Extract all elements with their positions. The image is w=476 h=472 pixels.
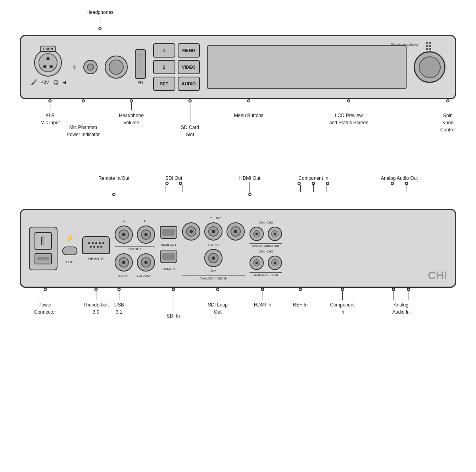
sdi-loop-label: SDI LOOP xyxy=(136,274,152,277)
rear-top-annotations: Remote In/Out SDI Out HDMI Out Component… xyxy=(20,173,456,209)
sd-dot xyxy=(188,99,192,102)
db9-row-2 xyxy=(90,246,102,248)
tb-usb-section: ⚡ USB xyxy=(62,233,77,264)
btn-1[interactable]: 1 xyxy=(153,43,175,58)
lcd-screen xyxy=(207,45,407,89)
push-label: PUSH xyxy=(40,46,56,52)
lcd-line xyxy=(349,102,349,110)
audio-out-lines xyxy=(392,185,407,192)
hp-vol-label: Headphone Volume xyxy=(119,112,144,126)
audio-out-ch-labels: CH1 CH2 xyxy=(259,221,273,224)
hdmi-out-dot xyxy=(248,193,251,196)
xlr-dot xyxy=(48,99,52,102)
sdi-in-annotation: SDI In xyxy=(167,288,180,320)
phantom-line xyxy=(83,102,83,122)
phantom-label: Mic Phantom Power Indicator xyxy=(67,124,100,138)
r-y-bnc xyxy=(204,249,223,267)
hdmi-out-label: HDMI Out xyxy=(239,175,260,182)
r-y-label: R-Y xyxy=(211,270,216,273)
btn-2[interactable]: 2 xyxy=(153,60,175,74)
front-annotations: XLR Mic Input Mic Phantom Power Indicato… xyxy=(20,99,456,167)
btn-menu[interactable]: MENU xyxy=(178,43,200,58)
ref-in-line xyxy=(300,291,300,300)
usb-dot xyxy=(117,288,121,291)
spin-knob[interactable] xyxy=(414,51,445,83)
sdi-out-a xyxy=(115,225,133,244)
sd-card-graphic xyxy=(138,54,143,74)
mic-icon: 🎤 xyxy=(31,79,37,85)
hdmi-in-dot xyxy=(261,288,264,291)
power-connector xyxy=(29,227,58,270)
component-dots xyxy=(298,182,329,185)
btn-audio[interactable]: AUDIO xyxy=(178,77,200,91)
hdmi-out-label: HDMI OUT xyxy=(161,243,177,247)
sdi-out-row xyxy=(115,225,155,244)
ch1-out-label: CH1 xyxy=(259,221,265,224)
spin-dot xyxy=(446,99,449,102)
power-dot xyxy=(44,288,47,291)
sdi-out-b xyxy=(137,225,155,244)
phantom-dot xyxy=(73,66,76,69)
spin-knob-inner xyxy=(419,56,441,78)
sd-label-ann: SD Card Slot xyxy=(181,124,199,138)
spin-label: Spin Knob Control xyxy=(440,112,456,133)
audio-in-lines xyxy=(393,291,409,300)
audio-in-ch-labels: CH1 CH2 xyxy=(259,250,273,253)
audio-in-line-1 xyxy=(393,291,393,300)
tb-dot xyxy=(94,288,98,291)
comp-in-bottom-line xyxy=(342,291,343,300)
hdmi-in-label: HDMI IN xyxy=(163,267,175,271)
sdi-in-labels: SDI IN SDI LOOP xyxy=(115,274,155,277)
remote-dot xyxy=(112,193,115,196)
remote-annotation: Remote In/Out xyxy=(98,173,129,196)
ch2-in-label: CH2 xyxy=(267,250,273,253)
comp-dot-1 xyxy=(298,182,301,185)
audio-in-ch2 xyxy=(268,256,282,270)
sdi-section: A B SDI OUT SDI IN SDI LOOP xyxy=(115,219,155,277)
xlr-inner xyxy=(38,53,58,72)
y-label: Y xyxy=(210,216,212,220)
sdi-out-bracket-label: SDI OUT xyxy=(115,246,155,251)
sdi-in-line xyxy=(173,291,173,311)
ref-y-by-row xyxy=(182,222,245,241)
xlr-connector: PUSH xyxy=(34,49,62,77)
sd-annotation: SD Card Slot xyxy=(181,99,199,138)
ch1-in-label: CH1 xyxy=(259,250,265,253)
sdi-loop-label: SDI Loop Out xyxy=(208,301,228,316)
audio-in-label: Analog Audio In xyxy=(392,301,410,316)
component-in-label: Component In xyxy=(298,175,328,182)
r-y-label-row: R-Y xyxy=(211,270,216,273)
headphone-jack-inner xyxy=(87,64,94,71)
sdi-out-dot-b xyxy=(179,182,182,185)
hdmi-in-line xyxy=(263,291,263,300)
spin-annotation: Spin Knob Control xyxy=(440,99,456,133)
menu-dot xyxy=(247,99,250,102)
hdmi-in-label: HDMI In xyxy=(254,301,271,308)
brand-dots xyxy=(426,42,431,50)
btn-set[interactable]: SET xyxy=(153,77,175,91)
btn-video[interactable]: VIDEO xyxy=(178,60,200,74)
chi-label: CHI xyxy=(428,269,447,282)
xlr-icons: 🎤 48V 🎧 ◀ xyxy=(31,79,66,85)
ref-comp-top-labels: Y B-Y xyxy=(206,216,221,220)
xlr-label: XLR Mic Input xyxy=(40,112,60,126)
ref-in-label-small: REF IN xyxy=(208,243,219,247)
audio-in-annotation: Analog Audio In xyxy=(392,288,410,316)
audio-in-line-2 xyxy=(409,291,409,300)
sd-section: SD xyxy=(135,49,146,85)
sdi-loop xyxy=(137,253,155,272)
page: Headphones PUSH 🎤 48V 🎧 ◀ xyxy=(0,0,476,355)
sdi-b-label: B xyxy=(144,219,146,223)
xlr-pin-1 xyxy=(46,57,50,60)
menu-label: Menu Buttons xyxy=(234,112,263,119)
tb-line xyxy=(96,291,96,300)
volume-knob-inner xyxy=(109,60,124,75)
sdi-in-row xyxy=(115,253,155,272)
audio-in-dot-2 xyxy=(407,288,410,291)
sd-label: SD xyxy=(138,81,143,85)
sdi-out-annotation: SDI Out xyxy=(165,173,182,192)
comp-in-bottom-dot xyxy=(341,288,344,291)
remote-label-small: REMOTE xyxy=(88,257,104,261)
lcd-label: LCD Preview and Status Screen xyxy=(329,112,369,126)
sdi-ab-labels: A B xyxy=(115,219,155,223)
